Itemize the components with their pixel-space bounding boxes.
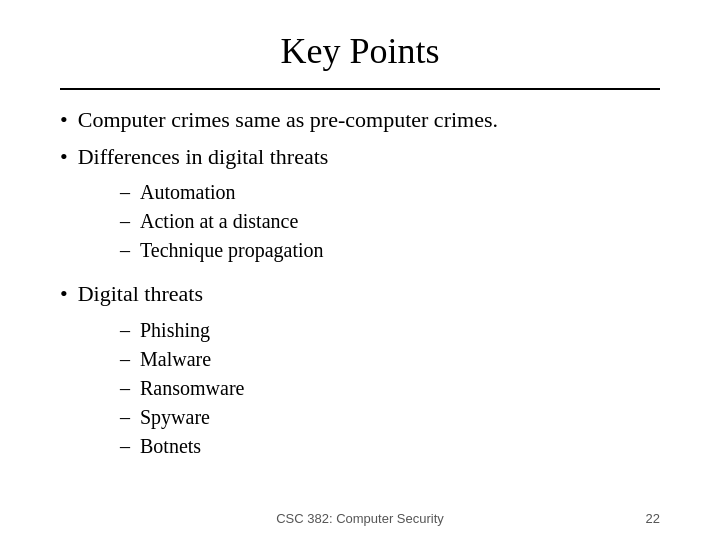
bullet-text-2: Differences in digital threats xyxy=(78,143,329,172)
sub-item-1-1: – Automation xyxy=(120,179,660,206)
sub-item-2-2: – Malware xyxy=(120,346,660,373)
sub-list-2: – Phishing – Malware – Ransomware – Spyw… xyxy=(120,317,660,460)
footer-course: CSC 382: Computer Security xyxy=(276,511,444,526)
dash-2-1: – xyxy=(120,317,130,344)
bullet-item-3: • Digital threats xyxy=(60,280,660,309)
dash-2-5: – xyxy=(120,433,130,460)
sub-text-1-2: Action at a distance xyxy=(140,208,298,235)
bullet-symbol-2: • xyxy=(60,143,68,172)
title-divider xyxy=(60,88,660,90)
dash-1-1: – xyxy=(120,179,130,206)
bullet-symbol-3: • xyxy=(60,280,68,309)
bullet-symbol-1: • xyxy=(60,106,68,135)
slide-title: Key Points xyxy=(60,30,660,80)
bullet-text-3: Digital threats xyxy=(78,280,203,309)
sub-text-2-3: Ransomware xyxy=(140,375,244,402)
sub-text-2-4: Spyware xyxy=(140,404,210,431)
slide: Key Points • Computer crimes same as pre… xyxy=(0,0,720,540)
dash-1-3: – xyxy=(120,237,130,264)
bullet-text-1: Computer crimes same as pre-computer cri… xyxy=(78,106,498,135)
bullet-item-1: • Computer crimes same as pre-computer c… xyxy=(60,106,660,135)
bullet-item-2: • Differences in digital threats xyxy=(60,143,660,172)
dash-2-2: – xyxy=(120,346,130,373)
footer: CSC 382: Computer Security xyxy=(0,511,720,526)
sub-item-2-3: – Ransomware xyxy=(120,375,660,402)
sub-text-1-3: Technique propagation xyxy=(140,237,324,264)
sub-item-2-4: – Spyware xyxy=(120,404,660,431)
sub-item-1-3: – Technique propagation xyxy=(120,237,660,264)
dash-2-4: – xyxy=(120,404,130,431)
footer-page: 22 xyxy=(646,511,660,526)
sub-text-2-2: Malware xyxy=(140,346,211,373)
sub-item-2-1: – Phishing xyxy=(120,317,660,344)
slide-content: • Computer crimes same as pre-computer c… xyxy=(60,106,660,510)
sub-list-1: – Automation – Action at a distance – Te… xyxy=(120,179,660,264)
sub-text-1-1: Automation xyxy=(140,179,236,206)
sub-text-2-1: Phishing xyxy=(140,317,210,344)
dash-1-2: – xyxy=(120,208,130,235)
sub-text-2-5: Botnets xyxy=(140,433,201,460)
sub-item-2-5: – Botnets xyxy=(120,433,660,460)
sub-item-1-2: – Action at a distance xyxy=(120,208,660,235)
dash-2-3: – xyxy=(120,375,130,402)
